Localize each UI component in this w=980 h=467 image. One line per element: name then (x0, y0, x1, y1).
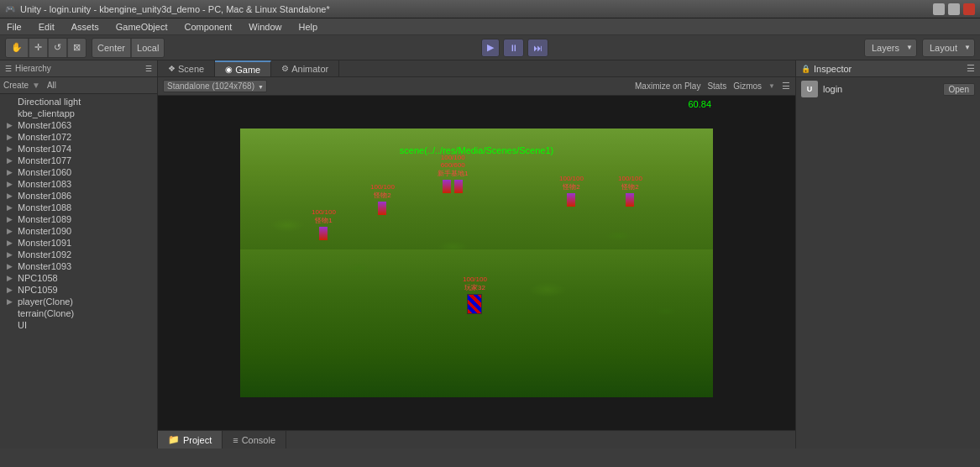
player-group: 100/100 玩家32 (463, 275, 487, 314)
monster-group-1: 100/100 600/600 新手基地1 (438, 154, 468, 193)
gizmos-label[interactable]: Gizmos (733, 81, 762, 91)
scale-tool[interactable]: ⊠ (68, 39, 86, 57)
monster-group-3: 100/100 怪物1 (312, 208, 336, 240)
hierarchy-arrow: ▶ (7, 133, 15, 141)
hierarchy-arrow: ▶ (7, 121, 15, 129)
hierarchy-item[interactable]: ▶NPC1059 (0, 284, 157, 296)
inspector-object-name: login (823, 84, 842, 94)
layout-dropdown[interactable]: Layout (922, 39, 975, 57)
gizmos-arrow: ▼ (768, 82, 775, 90)
hierarchy-arrow: ▶ (7, 156, 15, 165)
all-label[interactable]: All (47, 81, 56, 90)
tab-project[interactable]: 📁 Project (158, 431, 223, 449)
hierarchy-arrow: ▶ (7, 180, 15, 188)
maximize-button[interactable] (948, 3, 960, 15)
inspector-content: U login Open (796, 77, 980, 101)
project-icon: 📁 (168, 434, 180, 445)
title-bar-title: Unity - login.unity - kbengine_unity3d_d… (20, 4, 330, 14)
tab-game[interactable]: ◉ Game (215, 60, 271, 76)
tab-bar: ❖ Scene ◉ Game ⚙ Animator (158, 60, 795, 77)
menu-gameobject[interactable]: GameObject (113, 20, 171, 34)
hierarchy-item[interactable]: ▶Monster1089 (0, 213, 157, 225)
rotate-tool[interactable]: ↺ (49, 39, 66, 57)
hierarchy-item[interactable]: ▶Monster1074 (0, 143, 157, 155)
maximize-label[interactable]: Maximize on Play (635, 81, 700, 91)
hierarchy-arrow: ▶ (7, 239, 15, 247)
unity-logo: U (801, 81, 818, 97)
menu-window[interactable]: Window (245, 20, 285, 34)
inspector-menu-icon[interactable]: ☰ (967, 63, 975, 74)
stats-label[interactable]: Stats (707, 81, 726, 91)
hierarchy-arrow: ▶ (7, 286, 15, 294)
move-tool[interactable]: ✛ (29, 39, 47, 57)
hierarchy-item[interactable]: ▶NPC1058 (0, 272, 157, 284)
hierarchy-panel: ☰ Hierarchy ☰ Create ▼ All Directional l… (0, 60, 158, 449)
hierarchy-arrow: ▶ (7, 227, 15, 235)
hierarchy-arrow: ▶ (7, 274, 15, 282)
layers-dropdown[interactable]: Layers (864, 39, 917, 57)
console-icon: ≡ (233, 435, 238, 445)
main-area: ☰ Hierarchy ☰ Create ▼ All Directional l… (0, 60, 980, 449)
open-button[interactable]: Open (943, 83, 975, 96)
tab-scene[interactable]: ❖ Scene (158, 60, 215, 76)
hierarchy-item[interactable]: kbe_clientapp (0, 108, 157, 119)
hierarchy-item[interactable]: ▶Monster1063 (0, 119, 157, 131)
menu-help[interactable]: Help (295, 20, 321, 34)
menu-edit[interactable]: Edit (35, 20, 58, 34)
tab-console[interactable]: ≡ Console (223, 431, 286, 449)
hierarchy-item[interactable]: ▶Monster1088 (0, 202, 157, 213)
inspector-title: Inspector (814, 64, 852, 74)
inspector-panel: 🔒 Inspector ☰ U login Open (795, 60, 980, 449)
inspector-header-icons: ☰ (967, 63, 975, 74)
hierarchy-arrow: ▶ (7, 203, 15, 212)
game-toolbar: Standalone (1024x768) Maximize on Play S… (158, 77, 795, 96)
hierarchy-toolbar: Create ▼ All (0, 77, 157, 94)
hierarchy-arrow: ▶ (7, 262, 15, 270)
hierarchy-item[interactable]: ▶Monster1090 (0, 225, 157, 237)
game-tab-icon: ◉ (225, 65, 233, 74)
unity-icon: 🎮 (5, 4, 15, 13)
play-button[interactable]: ▶ (481, 39, 500, 57)
game-view-area: Standalone (1024x768) Maximize on Play S… (158, 77, 795, 430)
minimize-button[interactable] (933, 3, 945, 15)
game-canvas: scene(../../res/Media/Scenes/Scene1) 100… (240, 129, 713, 397)
hierarchy-item[interactable]: ▶Monster1077 (0, 155, 157, 166)
hierarchy-item[interactable]: ▶Monster1083 (0, 178, 157, 190)
hierarchy-item[interactable]: ▶player(Clone) (0, 296, 157, 307)
close-button[interactable] (963, 3, 975, 15)
monster-group-4: 100/100 怪物2 (559, 175, 584, 207)
bottom-tabs: 📁 Project ≡ Console (158, 430, 795, 449)
game-toolbar-menu[interactable]: ☰ (782, 81, 790, 92)
hierarchy-item[interactable]: Directional light (0, 96, 157, 108)
animator-tab-icon: ⚙ (281, 64, 289, 73)
inspector-object-row: U login Open (801, 81, 975, 97)
hierarchy-item[interactable]: UI (0, 319, 157, 331)
monster-group-2: 100/100 怪物2 (370, 183, 395, 215)
hierarchy-menu-icon[interactable]: ☰ (145, 65, 152, 73)
local-button[interactable]: Local (132, 39, 164, 57)
menu-component[interactable]: Component (181, 20, 235, 34)
game-overlay: 100/100 600/600 新手基地1 100/100 (240, 129, 713, 397)
hierarchy-item[interactable]: ▶Monster1091 (0, 237, 157, 249)
create-label[interactable]: Create (3, 81, 29, 90)
hierarchy-item[interactable]: ▶Monster1093 (0, 260, 157, 272)
title-bar-left: 🎮 Unity - login.unity - kbengine_unity3d… (5, 4, 330, 14)
hierarchy-item[interactable]: ▶Monster1072 (0, 131, 157, 143)
hierarchy-item[interactable]: ▶Monster1060 (0, 166, 157, 178)
pause-button[interactable]: ⏸ (503, 39, 524, 57)
menu-assets[interactable]: Assets (68, 20, 102, 34)
hierarchy-item[interactable]: ▶Monster1086 (0, 190, 157, 202)
step-button[interactable]: ⏭ (527, 39, 548, 57)
center-button[interactable]: Center (92, 39, 130, 57)
game-canvas-container[interactable]: 60.84 scene(../../res/Media/Scenes/Scene… (158, 96, 795, 430)
hierarchy-item[interactable]: ▶Monster1092 (0, 249, 157, 260)
menu-file[interactable]: File (3, 20, 25, 34)
hand-tool[interactable]: ✋ (6, 39, 28, 57)
resolution-dropdown[interactable]: Standalone (1024x768) (163, 80, 267, 92)
tab-animator[interactable]: ⚙ Animator (271, 60, 339, 76)
center-area: ❖ Scene ◉ Game ⚙ Animator Standalone (10… (158, 60, 795, 449)
transform-tools: ✋ ✛ ↺ ⊠ (5, 38, 86, 58)
toolbar-right: Layers Layout (864, 39, 975, 57)
pivot-tools: Center Local (92, 38, 165, 58)
hierarchy-item[interactable]: terrain(Clone) (0, 307, 157, 319)
